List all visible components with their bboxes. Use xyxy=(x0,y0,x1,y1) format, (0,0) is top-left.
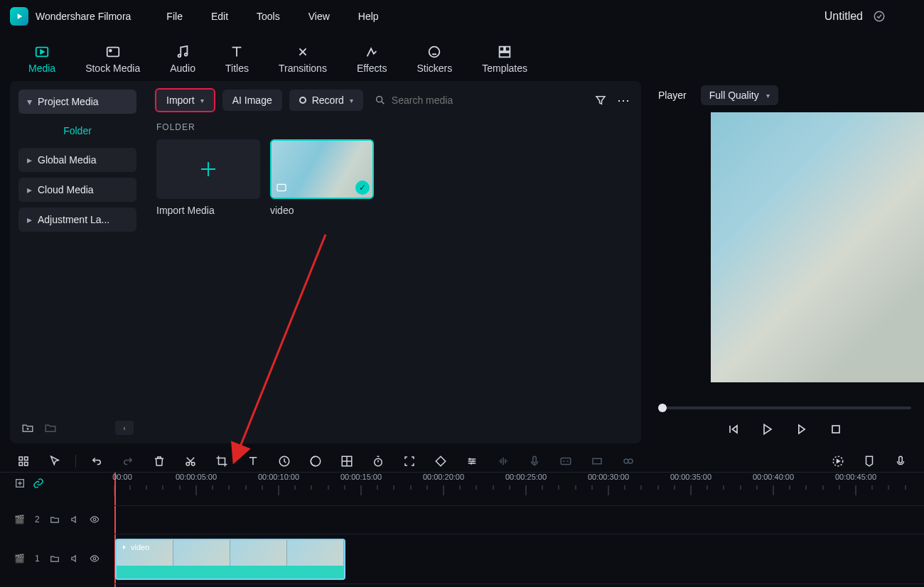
cursor-icon[interactable] xyxy=(48,455,61,468)
play-pause-icon[interactable] xyxy=(761,422,775,436)
settings-icon[interactable] xyxy=(466,455,478,468)
import-media-tile[interactable] xyxy=(156,139,260,199)
folder-icon[interactable] xyxy=(44,421,57,434)
track-lane-v1[interactable]: video xyxy=(114,534,924,583)
more-icon[interactable]: ⋯ xyxy=(617,92,631,108)
tab-templates[interactable]: Templates xyxy=(468,40,542,81)
tab-effects-label: Effects xyxy=(357,63,387,74)
speed-icon[interactable] xyxy=(278,455,291,468)
sidebar-item-project-media[interactable]: ▾Project Media xyxy=(18,90,136,114)
tab-stock-media[interactable]: Stock Media xyxy=(71,40,154,81)
track-lane-a1[interactable] xyxy=(114,583,924,587)
sidebar-adjust-label: Adjustment La... xyxy=(38,214,109,225)
crop-icon[interactable] xyxy=(215,455,228,468)
svg-point-26 xyxy=(624,459,628,463)
apps-icon[interactable] xyxy=(17,455,30,468)
voiceover-icon[interactable] xyxy=(894,455,907,468)
timeline-clip-video[interactable]: video xyxy=(115,539,345,580)
clip-type-icon xyxy=(276,182,287,193)
marker-icon[interactable] xyxy=(863,455,876,468)
player-quality-dropdown[interactable]: Full Quality ▾ xyxy=(701,85,778,105)
player-scrubber[interactable] xyxy=(658,406,911,409)
ai-image-label: AI Image xyxy=(232,95,272,106)
keyframe-icon[interactable] xyxy=(434,455,447,468)
svg-rect-7 xyxy=(500,47,504,51)
track-folder-icon[interactable] xyxy=(50,515,60,524)
menu-edit[interactable]: Edit xyxy=(211,11,228,22)
tab-effects[interactable]: Effects xyxy=(343,40,402,81)
menu-view[interactable]: View xyxy=(308,11,330,22)
ruler-ticks xyxy=(114,485,924,500)
new-folder-icon[interactable] xyxy=(21,421,34,434)
cut-icon[interactable] xyxy=(184,455,197,468)
import-media-label: Import Media xyxy=(156,205,260,216)
track-folder-icon[interactable] xyxy=(50,554,60,564)
player-title: Player xyxy=(658,90,687,101)
add-track-icon[interactable] xyxy=(14,478,26,489)
ruler-t40: 00:00:40:00 xyxy=(753,473,794,481)
text-icon[interactable] xyxy=(247,455,259,468)
menu-file[interactable]: File xyxy=(166,11,183,22)
sidebar-global-label: Global Media xyxy=(38,154,97,166)
ruler-t15: 00:00:15:00 xyxy=(340,473,382,481)
sidebar-folder-label[interactable]: Folder xyxy=(18,119,136,142)
link-icon[interactable] xyxy=(33,478,44,489)
focus-icon[interactable] xyxy=(403,455,416,468)
filter-icon[interactable] xyxy=(594,94,607,107)
svg-rect-15 xyxy=(19,463,23,466)
aspect-icon[interactable] xyxy=(591,455,603,468)
render-icon[interactable] xyxy=(832,455,844,468)
track-mute-icon[interactable] xyxy=(70,515,80,524)
record-button[interactable]: Record ▾ xyxy=(289,90,363,111)
media-thumb-video[interactable]: ✓ xyxy=(270,139,374,199)
svg-point-6 xyxy=(429,47,440,58)
track-visible-icon[interactable] xyxy=(90,515,100,524)
sidebar-cloud-label: Cloud Media xyxy=(38,184,94,195)
color-icon[interactable] xyxy=(309,455,322,468)
stop-icon[interactable] xyxy=(829,422,843,436)
player-preview xyxy=(711,112,924,382)
ruler-t25: 00:00:25:00 xyxy=(505,473,547,481)
svg-point-4 xyxy=(178,55,181,58)
ruler-t20: 00:00:20:00 xyxy=(423,473,464,481)
redo-icon[interactable] xyxy=(122,455,134,468)
sidebar-item-global-media[interactable]: ▸Global Media xyxy=(18,148,136,172)
tab-media[interactable]: Media xyxy=(14,40,70,81)
track-visible-icon[interactable] xyxy=(90,554,100,564)
caption-icon[interactable] xyxy=(559,455,572,468)
search-input[interactable] xyxy=(392,95,505,106)
ruler-t10: 00:00:10:00 xyxy=(258,473,299,481)
menu-tools[interactable]: Tools xyxy=(257,11,280,22)
svg-rect-13 xyxy=(19,457,23,461)
svg-point-3 xyxy=(109,50,112,52)
delete-icon[interactable] xyxy=(153,455,166,468)
ai-image-button[interactable]: AI Image xyxy=(222,90,282,111)
adjust-icon[interactable] xyxy=(340,455,353,468)
play-icon[interactable] xyxy=(795,422,809,436)
track-mute-icon[interactable] xyxy=(70,554,80,564)
project-title: Untitled xyxy=(824,10,863,23)
track-lane-v2[interactable] xyxy=(114,505,924,534)
ai-tools-icon[interactable] xyxy=(622,455,635,468)
plus-icon xyxy=(198,158,219,180)
svg-point-5 xyxy=(185,53,188,56)
tab-transitions[interactable]: Transitions xyxy=(264,40,341,81)
menu-help[interactable]: Help xyxy=(358,11,379,22)
collapse-sidebar-button[interactable]: ‹ xyxy=(115,421,134,435)
import-button[interactable]: Import ▾ xyxy=(155,88,215,112)
audio-wave-icon[interactable] xyxy=(497,455,510,468)
svg-rect-24 xyxy=(561,458,571,465)
mic-icon[interactable] xyxy=(528,455,541,468)
sidebar-project-label: Project Media xyxy=(38,96,99,107)
svg-rect-2 xyxy=(107,48,119,57)
step-back-icon[interactable] xyxy=(726,422,741,436)
sidebar-item-cloud-media[interactable]: ▸Cloud Media xyxy=(18,178,136,202)
tab-titles-label: Titles xyxy=(225,63,249,74)
tab-titles[interactable]: Titles xyxy=(211,40,263,81)
sidebar-item-adjustment-layer[interactable]: ▸Adjustment La... xyxy=(18,208,136,232)
timer-icon[interactable] xyxy=(372,455,385,468)
tab-stock-label: Stock Media xyxy=(85,63,140,74)
tab-audio[interactable]: Audio xyxy=(156,40,210,81)
tab-stickers[interactable]: Stickers xyxy=(402,40,466,81)
undo-icon[interactable] xyxy=(90,455,103,468)
